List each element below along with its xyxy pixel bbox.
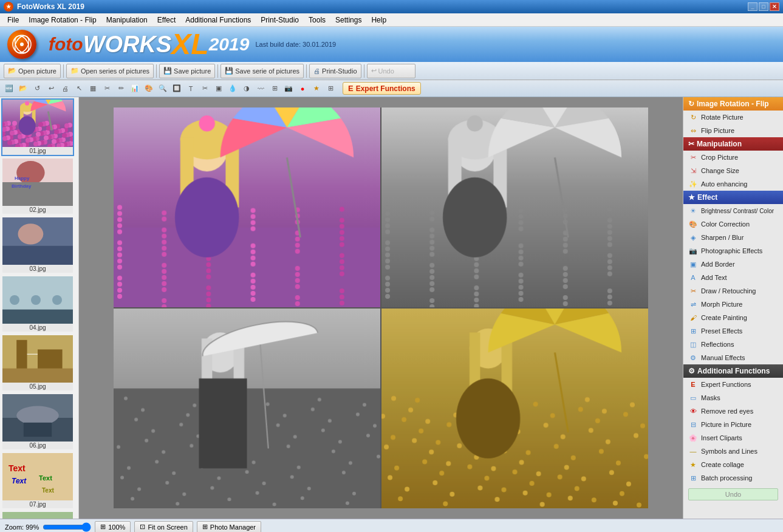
- thumbnail-item-03[interactable]: 03.jpg: [1, 216, 74, 274]
- open-series-button[interactable]: 📁 Open series of pictures: [66, 64, 154, 78]
- menu-rotation[interactable]: Image Rotation - Flip: [24, 15, 101, 26]
- auto-enhance-icon: ✨: [688, 179, 698, 189]
- water-icon[interactable]: 💧: [226, 82, 239, 95]
- thumbnail-item-04[interactable]: 04.jpg: [1, 275, 74, 333]
- scissors-icon[interactable]: ✂: [198, 82, 211, 95]
- toolbar-sep-1: [63, 64, 64, 78]
- flip-picture-item[interactable]: ⇔ Flip Picture: [683, 124, 783, 137]
- expand-icon[interactable]: ⊞: [324, 82, 337, 95]
- logo-foto: foto: [49, 34, 83, 55]
- title-left: ★ FotoWorks XL 2019: [4, 2, 84, 12]
- thumbnail-item-01[interactable]: 01.jpg: [1, 98, 74, 156]
- cursor-icon[interactable]: ↖: [72, 82, 86, 95]
- draw-retouch-item[interactable]: ✂ Draw / Retouching: [683, 284, 783, 298]
- insert-cliparts-item[interactable]: 🌸 Insert Cliparts: [683, 431, 783, 445]
- menu-effect[interactable]: Effect: [152, 15, 180, 26]
- auto-enhancing-item[interactable]: ✨ Auto enhancing: [683, 177, 783, 191]
- rotation-header-icon: ↻: [688, 100, 694, 108]
- grid-icon[interactable]: ⊞: [268, 82, 281, 95]
- toolbar: 📂 Open picture 📁 Open series of pictures…: [0, 62, 783, 80]
- thumbnail-item-06[interactable]: 06.jpg: [1, 393, 74, 451]
- pencil-icon[interactable]: ✏: [114, 82, 128, 95]
- logobar: foto WORKS XL 2019 Last build date: 30.0…: [0, 27, 783, 62]
- app-logo-icon: [7, 30, 36, 59]
- menu-manipulation[interactable]: Manipulation: [101, 15, 152, 26]
- logo-year: 2019: [209, 34, 250, 55]
- print-studio-button[interactable]: 🖨 Print-Studio: [309, 64, 361, 78]
- section-effect-header: ★ Effect: [683, 191, 783, 204]
- bar-chart-icon[interactable]: 📊: [128, 82, 142, 95]
- star-icon[interactable]: ★: [310, 82, 323, 95]
- paint-icon: 🖌: [688, 313, 698, 322]
- frame-icon[interactable]: ▣: [212, 82, 225, 95]
- masks-icon: ▭: [688, 393, 698, 403]
- masks-item[interactable]: ▭ Masks: [683, 391, 783, 404]
- select-icon[interactable]: ▦: [86, 82, 100, 95]
- sharpen-blur-item[interactable]: ◈ Sharpen / Blur: [683, 231, 783, 244]
- crop-picture-item[interactable]: ✂ Crop Picture: [683, 151, 783, 164]
- batch-processing-item[interactable]: ⊞ Batch processing: [683, 471, 783, 485]
- maximize-button[interactable]: □: [759, 2, 768, 11]
- print-small-icon[interactable]: 🖨: [58, 82, 72, 95]
- morph-picture-item[interactable]: ⇌ Morph Picture: [683, 298, 783, 311]
- stamp-icon[interactable]: 🔲: [170, 82, 183, 95]
- rotate-picture-item[interactable]: ↻ Rotate Picture: [683, 111, 783, 124]
- brightness-item[interactable]: ☀ Brightness/ Contrast/ Color: [683, 204, 783, 217]
- manual-effects-item[interactable]: ⚙ Manual Effects: [683, 351, 783, 364]
- refresh-icon[interactable]: ↺: [30, 82, 44, 95]
- wave-icon[interactable]: 〰: [254, 82, 267, 95]
- red-dot-icon[interactable]: ●: [296, 82, 309, 95]
- expert-functions-toolbar-button[interactable]: E Expert Functions: [343, 82, 421, 95]
- create-painting-item[interactable]: 🖌 Create Painting: [683, 311, 783, 324]
- photo-small-icon[interactable]: 📷: [282, 82, 295, 95]
- thumbnail-item-02[interactable]: 02.jpg: [1, 157, 74, 215]
- create-collage-item[interactable]: ★ Create collage: [683, 458, 783, 471]
- thumbnail-item-05[interactable]: 05.jpg: [1, 334, 74, 392]
- titlebar: ★ FotoWorks XL 2019 _ □ ✕: [0, 0, 783, 13]
- minimize-button[interactable]: _: [748, 2, 757, 11]
- open-picture-button[interactable]: 📂 Open picture: [4, 64, 61, 78]
- menu-settings[interactable]: Settings: [330, 15, 366, 26]
- color-correction-item[interactable]: 🎨 Color Correction: [683, 217, 783, 231]
- effect-header-icon: ★: [688, 193, 695, 202]
- zoom-100-icon: ⊞: [100, 523, 106, 531]
- undo-small-icon[interactable]: ↩: [44, 82, 58, 95]
- symbols-lines-item[interactable]: ― Symbols and Lines: [683, 445, 783, 458]
- reflections-item[interactable]: ◫ Reflections: [683, 338, 783, 351]
- expert-functions-item[interactable]: E Expert Functions: [683, 378, 783, 391]
- menu-help[interactable]: Help: [366, 15, 391, 26]
- zoom-icon[interactable]: 🔍: [156, 82, 169, 95]
- menu-tools[interactable]: Tools: [304, 15, 330, 26]
- save-serie-button[interactable]: 💾 Save serie of pictures: [221, 64, 304, 78]
- color-pick-icon[interactable]: 🎨: [142, 82, 156, 95]
- thumbnail-item-07[interactable]: 07.jpg: [1, 452, 74, 510]
- change-size-item[interactable]: ⇲ Change Size: [683, 164, 783, 177]
- sharpen-icon: ◈: [688, 233, 698, 242]
- photo-effects-item[interactable]: 📷 Photographic Effects: [683, 244, 783, 257]
- open-icon[interactable]: 📂: [16, 82, 30, 95]
- add-text-item[interactable]: A Add Text: [683, 271, 783, 284]
- zoom-100-button[interactable]: ⊞ 100%: [95, 521, 131, 533]
- contrast-icon[interactable]: ◑: [240, 82, 253, 95]
- undo-button[interactable]: ↩ Undo: [367, 64, 415, 78]
- preset-effects-item[interactable]: ⊞ Preset Effects: [683, 324, 783, 338]
- zoom-slider[interactable]: [43, 525, 91, 530]
- picture-in-picture-item[interactable]: ⊟ Picture in Picture: [683, 418, 783, 431]
- close-button[interactable]: ✕: [770, 2, 779, 11]
- toolbar-sep-4: [306, 64, 307, 78]
- menu-additional[interactable]: Additional Functions: [180, 15, 256, 26]
- undo-panel-button[interactable]: Undo: [688, 488, 778, 500]
- new-icon[interactable]: 🆕: [2, 82, 16, 95]
- fit-on-screen-button[interactable]: ⊡ Fit on Screen: [134, 521, 193, 533]
- photo-manager-button[interactable]: ⊞ Photo Manager: [197, 521, 261, 533]
- remove-red-eyes-item[interactable]: 👁 Remove red eyes: [683, 404, 783, 418]
- right-panel: ↻ Image Rotation - Flip ↻ Rotate Picture…: [683, 97, 783, 519]
- flip-picture-icon: ⇔: [688, 126, 698, 135]
- text-tool-icon[interactable]: T: [184, 82, 197, 95]
- save-picture-button[interactable]: 💾 Save picture: [159, 64, 215, 78]
- thumbnail-item-08[interactable]: 08.jpg: [1, 511, 74, 519]
- menu-file[interactable]: File: [2, 15, 24, 26]
- menu-print[interactable]: Print-Studio: [256, 15, 304, 26]
- crop-small-icon[interactable]: ✂: [100, 82, 114, 95]
- add-border-item[interactable]: ▣ Add Border: [683, 257, 783, 271]
